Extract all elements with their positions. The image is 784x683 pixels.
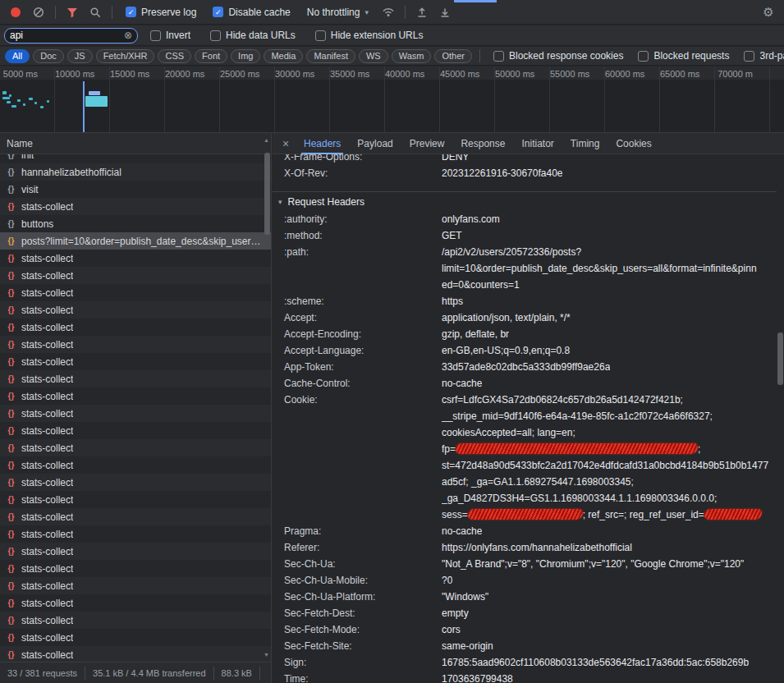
filter-input[interactable]: [10, 30, 121, 41]
request-row[interactable]: {}buttons: [0, 215, 271, 232]
clear-filter-icon[interactable]: ⊗: [124, 30, 132, 40]
request-row[interactable]: {}stats-collect: [0, 284, 271, 301]
request-row[interactable]: {}stats-collect: [0, 422, 271, 439]
tab-initiator[interactable]: Initiator: [513, 133, 562, 154]
blocked-requests-checkbox[interactable]: Blocked requests: [638, 50, 729, 62]
filter-chip-font[interactable]: Font: [195, 49, 227, 63]
request-row[interactable]: {}stats-collect: [0, 319, 271, 336]
request-headers-section-header[interactable]: ▾Request Headers: [273, 191, 777, 211]
filter-chip-css[interactable]: CSS: [158, 49, 191, 63]
request-row[interactable]: {}stats-collect: [0, 491, 271, 508]
request-row[interactable]: {}stats-collect: [0, 198, 271, 215]
request-row[interactable]: {}stats-collect: [0, 594, 271, 612]
request-row[interactable]: {}stats-collect: [0, 612, 271, 629]
filter-chip-fetchxhr[interactable]: Fetch/XHR: [96, 49, 155, 63]
request-row[interactable]: {}stats-collect: [0, 250, 271, 267]
close-details-button[interactable]: ×: [276, 137, 296, 150]
request-row[interactable]: {}stats-collect: [0, 543, 271, 560]
filter-chip-wasm[interactable]: Wasm: [392, 49, 432, 63]
search-button[interactable]: [85, 2, 106, 22]
request-row[interactable]: {}stats-collect: [0, 508, 271, 525]
header-row: Accept-Language:en-GB,en-US;q=0.9,en;q=0…: [273, 342, 777, 359]
details-scrollbar-thumb[interactable]: [777, 332, 783, 385]
filter-chip-other[interactable]: Other: [434, 49, 472, 63]
xhr-braces-icon: {}: [6, 598, 16, 607]
header-name: X-Frame-Options:: [284, 154, 442, 165]
request-row[interactable]: {}stats-collect: [0, 439, 271, 456]
filter-chip-manifest[interactable]: Manifest: [306, 49, 355, 63]
request-row[interactable]: {}stats-collect: [0, 387, 271, 405]
header-name: Accept-Language:: [284, 342, 442, 359]
request-list-scrollbar-thumb[interactable]: [264, 153, 270, 235]
request-row[interactable]: {}posts?limit=10&order=publish_date_desc…: [0, 232, 271, 250]
request-row[interactable]: {}stats-collect: [0, 336, 271, 353]
request-row[interactable]: {}stats-collect: [0, 474, 271, 491]
request-row[interactable]: {}init: [0, 154, 271, 163]
filter-chip-all[interactable]: All: [5, 49, 30, 63]
preserve-log-checkbox[interactable]: ✓ Preserve log: [126, 7, 196, 18]
tab-timing[interactable]: Timing: [562, 133, 608, 154]
network-overview-timeline[interactable]: 5000 ms10000 ms15000 ms20000 ms25000 ms3…: [0, 66, 784, 133]
filter-chip-img[interactable]: Img: [231, 49, 260, 63]
scroll-down-arrow-icon[interactable]: ▼: [264, 652, 269, 658]
filter-toggle-button[interactable]: [62, 2, 83, 22]
export-har-button[interactable]: [434, 2, 456, 22]
settings-button[interactable]: ⚙: [758, 2, 779, 22]
tab-payload[interactable]: Payload: [349, 133, 401, 154]
header-name: Sec-Ch-Ua-Mobile:: [284, 572, 442, 589]
tab-headers[interactable]: Headers: [296, 133, 349, 154]
tab-preview[interactable]: Preview: [401, 133, 453, 154]
header-name: Cookie:: [284, 392, 442, 523]
request-row[interactable]: {}stats-collect: [0, 405, 271, 422]
tab-cookies[interactable]: Cookies: [607, 133, 659, 154]
request-row[interactable]: {}stats-collect: [0, 301, 271, 319]
request-headers-section-label: Request Headers: [288, 196, 364, 208]
waterfall-bar: [2, 97, 10, 99]
filter-input-wrap: ⊗: [4, 28, 138, 44]
hide-extension-urls-checkbox[interactable]: Hide extension URLs: [315, 30, 424, 41]
request-row[interactable]: {}stats-collect: [0, 629, 271, 646]
throttling-select[interactable]: No throttling ▾: [307, 7, 369, 18]
disable-cache-label: Disable cache: [228, 7, 290, 18]
request-row[interactable]: {}stats-collect: [0, 560, 271, 577]
hide-data-urls-checkbox[interactable]: Hide data URLs: [210, 30, 296, 41]
request-row[interactable]: {}visit: [0, 181, 271, 198]
waterfall-bar: [89, 91, 100, 95]
network-tab-underline: [454, 0, 497, 2]
record-button[interactable]: [5, 2, 26, 22]
header-name: Sec-Ch-Ua:: [284, 556, 442, 572]
request-row[interactable]: {}stats-collect: [0, 267, 271, 284]
import-har-button[interactable]: [411, 2, 433, 22]
header-value: no-cache: [442, 523, 482, 539]
request-row[interactable]: {}stats-collect: [0, 456, 271, 474]
request-row[interactable]: {}stats-collect: [0, 370, 271, 387]
invert-checkbox[interactable]: Invert: [150, 30, 190, 41]
clear-network-log-button[interactable]: [28, 2, 49, 22]
request-row[interactable]: {}hannahelizabethofficial: [0, 163, 271, 181]
tab-response[interactable]: Response: [452, 133, 513, 154]
filter-chip-ws[interactable]: WS: [359, 49, 388, 63]
request-row[interactable]: {}stats-collect: [0, 353, 271, 370]
toolbar-divider: [405, 6, 406, 19]
network-filter-bar: ⊗ Invert Hide data URLs Hide extension U…: [0, 25, 784, 46]
header-value: https: [442, 293, 463, 309]
request-row[interactable]: {}stats-collect: [0, 577, 271, 594]
request-name: stats-collect: [21, 615, 73, 626]
header-value: "Windows": [442, 589, 488, 605]
header-value: en-GB,en-US;q=0.9,en;q=0.8: [442, 342, 570, 359]
name-column-header[interactable]: Name: [0, 133, 271, 154]
disable-cache-checkbox[interactable]: ✓ Disable cache: [213, 7, 290, 18]
request-row[interactable]: {}stats-collect: [0, 646, 271, 662]
xhr-braces-icon: {}: [6, 357, 16, 366]
request-name: stats-collect: [21, 391, 73, 402]
filter-chip-js[interactable]: JS: [67, 49, 93, 63]
filter-chip-doc[interactable]: Doc: [33, 49, 64, 63]
scroll-up-arrow-icon[interactable]: ▲: [264, 137, 269, 143]
blocked-response-cookies-checkbox[interactable]: Blocked response cookies: [493, 50, 623, 62]
network-conditions-button[interactable]: [378, 2, 399, 22]
header-value: empty: [442, 605, 469, 621]
blocked-requests-label: Blocked requests: [653, 50, 729, 62]
request-row[interactable]: {}stats-collect: [0, 525, 271, 543]
third-party-requests-checkbox[interactable]: 3rd-party requests: [744, 50, 784, 62]
filter-chip-media[interactable]: Media: [264, 49, 303, 63]
